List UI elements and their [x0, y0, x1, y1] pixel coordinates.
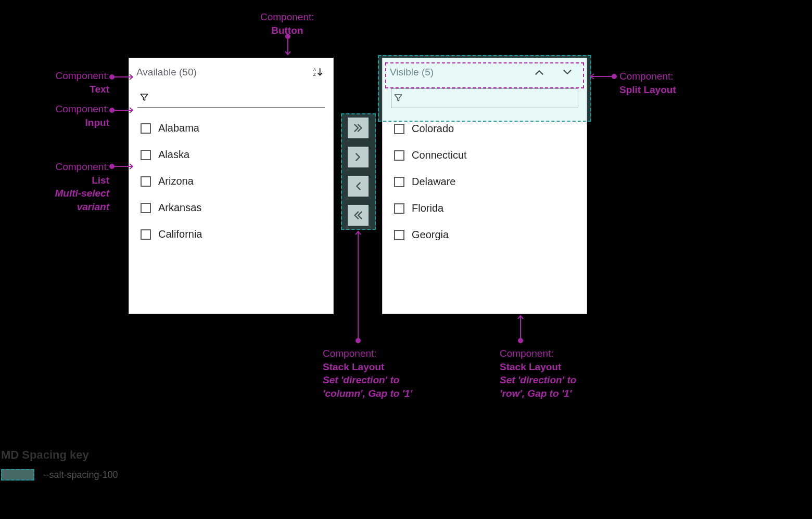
- available-title: Available (50): [136, 67, 197, 78]
- list-item-label: Alaska: [158, 149, 189, 161]
- chevron-down-icon: [562, 67, 573, 78]
- checkbox[interactable]: [141, 150, 151, 160]
- list-item[interactable]: Connecticut: [391, 142, 578, 168]
- list-item[interactable]: Alabama: [137, 115, 325, 141]
- list-item[interactable]: Florida: [391, 195, 578, 222]
- double-chevron-left-icon: [352, 210, 364, 221]
- svg-point-11: [612, 74, 616, 79]
- list-item[interactable]: Delaware: [391, 168, 578, 195]
- move-up-button[interactable]: [532, 66, 546, 79]
- list-item-label: Connecticut: [412, 149, 467, 161]
- checkbox[interactable]: [394, 230, 404, 240]
- callout-stack-row: Component: Stack Layout Set 'direction' …: [500, 347, 604, 400]
- add-all-button[interactable]: [348, 118, 369, 138]
- svg-point-7: [110, 108, 114, 112]
- chevron-right-icon: [352, 151, 364, 163]
- available-panel: Available (50) A Z Alabama Alaska Arizon…: [129, 58, 334, 314]
- filter-icon: [139, 93, 149, 102]
- list-item[interactable]: Arizona: [137, 168, 325, 194]
- list-item[interactable]: Arkansas: [137, 194, 325, 221]
- list-item-label: Georgia: [412, 229, 449, 241]
- visible-filter: [391, 88, 578, 108]
- filter-icon: [394, 93, 403, 102]
- remove-button[interactable]: [348, 176, 369, 197]
- checkbox[interactable]: [394, 124, 404, 134]
- chevron-up-icon: [534, 67, 545, 78]
- list-item[interactable]: Colorado: [391, 115, 578, 142]
- svg-point-5: [110, 75, 114, 79]
- list-item-label: Delaware: [412, 176, 455, 188]
- list-item-label: California: [158, 228, 202, 240]
- checkbox[interactable]: [394, 177, 404, 187]
- sort-button[interactable]: A Z: [311, 66, 325, 79]
- move-down-button[interactable]: [561, 66, 574, 79]
- callout-splitlayout: Component: Split Layout: [619, 70, 676, 96]
- callout-text: Component: Text: [26, 69, 109, 96]
- reorder-buttons: [532, 66, 578, 79]
- spacing-key-heading: MD Spacing key: [1, 448, 118, 462]
- visible-panel: Visible (5) Colorado Connecti: [382, 58, 587, 314]
- list-item-label: Alabama: [158, 122, 199, 134]
- transfer-buttons: [348, 118, 369, 226]
- visible-header: Visible (5): [383, 58, 587, 84]
- list-item[interactable]: Georgia: [391, 222, 578, 248]
- checkbox[interactable]: [394, 150, 404, 161]
- spacing-token: --salt-spacing-100: [43, 470, 118, 480]
- callout-button: Component: Button: [260, 10, 314, 37]
- visible-title: Visible (5): [390, 67, 434, 78]
- list-item[interactable]: California: [137, 221, 325, 248]
- callout-list: Component: List Multi-select variant: [26, 160, 109, 214]
- double-chevron-right-icon: [352, 122, 364, 134]
- available-header: Available (50) A Z: [129, 58, 333, 84]
- remove-all-button[interactable]: [348, 205, 369, 226]
- available-filter-input[interactable]: [153, 92, 325, 103]
- list-item-label: Arizona: [158, 175, 194, 187]
- checkbox[interactable]: [141, 123, 151, 134]
- chevron-left-icon: [352, 180, 364, 192]
- checkbox[interactable]: [141, 229, 151, 240]
- add-button[interactable]: [348, 147, 369, 167]
- spacing-key: MD Spacing key --salt-spacing-100: [1, 448, 118, 481]
- available-filter: [137, 88, 325, 108]
- svg-point-9: [110, 164, 114, 168]
- list-item-label: Arkansas: [158, 202, 201, 214]
- list-item-label: Florida: [412, 202, 443, 214]
- available-list: Alabama Alaska Arizona Arkansas Californ…: [129, 108, 333, 253]
- callout-stack-column: Component: Stack Layout Set 'direction' …: [323, 347, 427, 400]
- checkbox[interactable]: [141, 203, 151, 213]
- visible-list: Colorado Connecticut Delaware Florida Ge…: [383, 108, 587, 253]
- checkbox[interactable]: [394, 203, 404, 214]
- svg-text:A: A: [313, 68, 316, 72]
- svg-point-13: [356, 339, 360, 343]
- sort-az-icon: A Z: [312, 67, 324, 78]
- visible-filter-input[interactable]: [407, 92, 578, 103]
- list-item-label: Colorado: [412, 123, 454, 135]
- svg-text:Z: Z: [313, 72, 316, 77]
- spacing-swatch: [1, 469, 34, 481]
- checkbox[interactable]: [141, 176, 151, 187]
- list-item[interactable]: Alaska: [137, 141, 325, 168]
- svg-point-15: [518, 339, 523, 343]
- callout-input: Component: Input: [26, 102, 109, 129]
